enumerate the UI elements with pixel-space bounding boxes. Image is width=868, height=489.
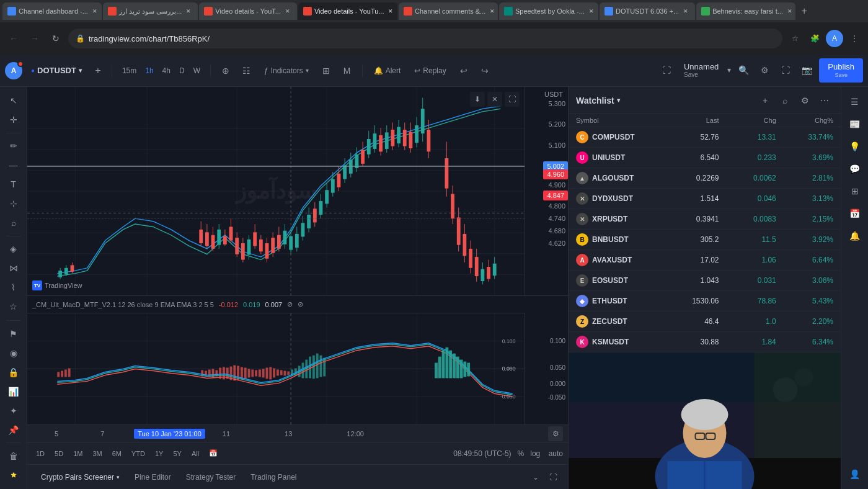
- All-btn[interactable]: All: [188, 449, 203, 459]
- tab-close[interactable]: ✕: [488, 7, 497, 16]
- address-bar[interactable]: 🔒 tradingview.com/chart/Tb856RpK/: [68, 29, 782, 48]
- chart-tool[interactable]: 📊: [4, 382, 24, 400]
- oscillator-pane[interactable]: 0.100 0.050 0.000 -0.050: [27, 313, 525, 424]
- 1D-btn[interactable]: 1D: [32, 449, 48, 459]
- forward-button[interactable]: →: [26, 30, 43, 47]
- brush-tool[interactable]: ⌇: [4, 279, 24, 297]
- watchlist-item-compusdt[interactable]: C COMPUSDT 52.76 13.31 33.74%: [569, 127, 841, 148]
- text-tool[interactable]: T: [4, 176, 24, 194]
- tab-speedtest[interactable]: Speedtest by Ookla -... ✕: [499, 2, 598, 20]
- right-ideas-btn[interactable]: 💡: [845, 137, 865, 156]
- settings-button[interactable]: ⚙: [756, 61, 773, 79]
- tab-close[interactable]: ✕: [587, 7, 596, 16]
- watchlist-search-btn[interactable]: ⌕: [776, 92, 794, 109]
- pencil-tool[interactable]: ✏: [4, 137, 24, 155]
- bookmark-star[interactable]: ☆: [786, 30, 804, 47]
- 1M-btn[interactable]: 1M: [69, 449, 86, 459]
- tab-farsi-video[interactable]: بررسی سود ترید ارز... ✕: [103, 2, 198, 20]
- watchlist-item-ethusdt[interactable]: ◆ ETHUSDT 1530.06 78.86 5.43%: [569, 291, 841, 312]
- 6M-btn[interactable]: 6M: [108, 449, 125, 459]
- tab-close[interactable]: ✕: [386, 7, 395, 16]
- screenshot-button[interactable]: 📷: [798, 61, 815, 79]
- cursor-tool[interactable]: ↖: [4, 92, 24, 110]
- fullscreen-button[interactable]: ⛶: [658, 61, 675, 79]
- layout-button[interactable]: ⊞: [317, 62, 335, 79]
- watchlist-item-uniusdt[interactable]: U UNIUSDT 6.540 0.233 3.69%: [569, 148, 841, 168]
- watchlist-settings-btn[interactable]: ⚙: [796, 92, 813, 109]
- symbol-selector[interactable]: ● DOTUSDT ▾: [26, 63, 87, 78]
- lock-tool[interactable]: 🔒: [4, 363, 24, 381]
- tab-video-details2[interactable]: Video details - YouTu... ✕: [298, 2, 397, 20]
- crosshair-tool[interactable]: ✛: [4, 111, 24, 129]
- minimize-panel-btn[interactable]: ⌄: [528, 470, 543, 485]
- expand-panel-btn[interactable]: ⛶: [546, 470, 560, 485]
- extensions-button[interactable]: 🧩: [806, 30, 823, 47]
- horizontal-line-tool[interactable]: —: [4, 156, 24, 174]
- tab-close[interactable]: ✕: [681, 7, 690, 16]
- watchlist-item-dydxusdt[interactable]: ✕ DYDXUSDT 1.514 0.046 3.13%: [569, 189, 841, 209]
- magic-wand-tool[interactable]: ✦: [4, 402, 24, 419]
- watchlist-item-zecusdt[interactable]: Z ZECUSDT 46.4 1.0 2.20%: [569, 312, 841, 332]
- chevron-down-icon3[interactable]: ▾: [727, 66, 731, 74]
- pattern-tool[interactable]: ◈: [4, 240, 24, 258]
- template-button[interactable]: M: [339, 62, 356, 79]
- timeframe-15m[interactable]: 15m: [118, 65, 140, 77]
- zoom-tool[interactable]: ⌕: [4, 214, 24, 232]
- menu-button[interactable]: ⋮: [846, 30, 863, 47]
- right-watchlist-btn[interactable]: ☰: [845, 92, 865, 112]
- add-watchlist-btn[interactable]: +: [756, 92, 774, 109]
- profile-button[interactable]: A: [826, 30, 843, 47]
- chart-type-button[interactable]: ☷: [238, 62, 255, 79]
- 5Y-btn[interactable]: 5Y: [169, 449, 185, 459]
- screener-btn[interactable]: Crypto Pairs Screener ▾: [35, 470, 126, 484]
- tab-close[interactable]: ✕: [184, 7, 193, 16]
- YTD-btn[interactable]: YTD: [128, 449, 149, 459]
- timeframe-1h[interactable]: 1h: [141, 65, 157, 77]
- right-alerts-btn[interactable]: 🔔: [845, 226, 865, 246]
- right-chat-btn[interactable]: 💬: [845, 159, 865, 179]
- watchlist-item-algousdt[interactable]: ▲ ALGOUSDT 0.2269 0.0062 2.81%: [569, 168, 841, 189]
- tab-channel-dashboard[interactable]: Channel dashboard -... ✕: [2, 2, 102, 20]
- tab-close[interactable]: ✕: [283, 7, 292, 16]
- right-person-btn[interactable]: 👤: [845, 464, 865, 484]
- 5D-btn[interactable]: 5D: [51, 449, 67, 459]
- down-icon[interactable]: ⬇: [470, 92, 485, 107]
- watchlist-item-bnbusdt[interactable]: B BNBUSDT 305.2 11.5 3.92%: [569, 230, 841, 250]
- fullscreen2-button[interactable]: ⛶: [777, 61, 794, 79]
- chart-area[interactable]: سودآموز TV TradingView ⬇ ✕ ⛶: [27, 87, 525, 295]
- pin-tool[interactable]: 📌: [4, 421, 24, 439]
- compare-button[interactable]: ⊕: [217, 62, 234, 79]
- chart-settings-btn[interactable]: ⚙: [548, 426, 563, 441]
- right-calendar-btn[interactable]: 📅: [845, 204, 865, 223]
- back-button[interactable]: ←: [5, 30, 22, 47]
- undo-button[interactable]: ↩: [455, 62, 472, 79]
- user-avatar[interactable]: A: [5, 62, 22, 79]
- tab-video-details1[interactable]: Video details - YouT... ✕: [199, 2, 297, 20]
- strategy-tester-btn[interactable]: Strategy Tester: [180, 470, 242, 484]
- watchlist-item-xrpusdt[interactable]: ✕ XRPUSDT 0.3941 0.0083 2.15%: [569, 209, 841, 230]
- indicators-button[interactable]: ƒ Indicators ▾: [259, 64, 314, 78]
- go-to-date[interactable]: 📅: [205, 448, 221, 459]
- right-news-btn[interactable]: 📰: [845, 114, 865, 134]
- layout-selector[interactable]: Unnamed Save: [679, 61, 724, 79]
- timeframe-D[interactable]: D: [175, 65, 188, 77]
- fib-tool[interactable]: ⋈: [4, 259, 24, 277]
- publish-button[interactable]: Publish Save: [819, 58, 863, 82]
- 1Y-btn[interactable]: 1Y: [151, 449, 167, 459]
- search-button[interactable]: 🔍: [735, 61, 752, 79]
- trash-tool[interactable]: 🗑: [4, 447, 24, 465]
- watchlist-tool[interactable]: ◉: [4, 344, 24, 362]
- redo-button[interactable]: ↪: [476, 62, 494, 79]
- alert-button[interactable]: 🔔 Alert: [369, 64, 406, 78]
- replay-button[interactable]: ↩ Replay: [409, 64, 451, 78]
- timeframe-4h[interactable]: 4h: [159, 65, 174, 77]
- watchlist-item-avaxusdt[interactable]: A AVAXUSDT 17.02 1.06 6.64%: [569, 250, 841, 271]
- timeframe-W[interactable]: W: [190, 65, 204, 77]
- expand-chart-btn[interactable]: ⛶: [505, 92, 520, 107]
- 3M-btn[interactable]: 3M: [89, 449, 105, 459]
- watchlist-item-ksmusdt[interactable]: K KSMUSDT 30.88 1.84 6.34%: [569, 332, 841, 352]
- favorites-tool[interactable]: ☆: [4, 298, 24, 316]
- right-screener-btn[interactable]: ⊞: [845, 181, 865, 201]
- trading-panel-btn[interactable]: Trading Panel: [244, 470, 303, 484]
- refresh-button[interactable]: ↻: [47, 30, 64, 47]
